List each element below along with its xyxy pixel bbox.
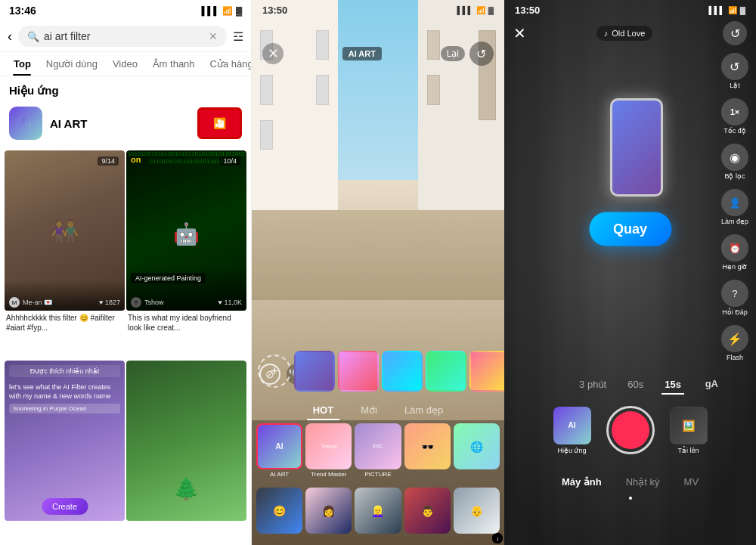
battery-icon-p1: ▓ [236,6,242,15]
filter-tabs: HOT Mới Làm đẹp [252,401,504,420]
bottom-controls: 3 phút 60s 15s AI Hiệu ứng 🖼️ [504,376,756,454]
mode-camera[interactable]: Máy ảnh [557,473,606,491]
battery-p3: ▓ [740,6,745,14]
effect-cell-6[interactable]: 😊 ↓ [256,488,302,542]
filter-icon: ◉ [721,144,748,171]
search-bar: ‹ 🔍 ✕ ☲ [0,21,251,52]
status-bar-panel1: 13:46 ▌▌▌ 📶 ▓ [0,0,251,21]
effect-cell-trend[interactable]: Trend Trend Master ↓ [305,423,352,485]
dur-15s[interactable]: 15s [662,376,684,395]
person-bg [504,0,756,545]
search-panel: 13:46 ▌▌▌ 📶 ▓ ‹ 🔍 ✕ ☲ Top Người dùng Vid… [0,0,252,545]
tool-flip[interactable]: ↺ Lật [721,53,748,89]
sub-label-2: Snorkeling in Purple Ocean [9,404,120,413]
filter-thumb-2[interactable] [338,351,379,392]
tool-filter[interactable]: ◉ Bộ lọc [721,144,748,180]
video-item-4[interactable]: 🌲 [126,361,246,545]
tab-store[interactable]: Cửa hàng [203,52,252,76]
filter-strip: + [252,345,504,398]
clear-button[interactable]: ✕ [209,30,218,42]
refresh-button-p2[interactable]: ↺ [469,42,494,66]
status-right-p2: ▌▌▌ 📶 ▓ [457,6,494,14]
record-button[interactable] [606,406,655,454]
camera-top-bar: ✕ AI ART Lại ↺ [252,42,504,66]
timer-icon: ⏰ [721,234,748,262]
tab-top[interactable]: Top [6,52,39,76]
mode-mv[interactable]: MV [680,473,704,491]
effect-cell-picture[interactable]: PIC PICTURE [355,423,401,485]
back-button[interactable]: ‹ [8,29,12,45]
effect-name-aiart: AI ART [50,117,190,130]
filter-thumb-5[interactable] [469,351,504,392]
effect-cell-aiart[interactable]: AI AI ART [256,423,302,485]
video-grid: 👫 M Me-an 💌 ♥ 1827 9/14 Ahhhhckkkk this … [0,144,251,545]
tab-users[interactable]: Người dùng [39,52,105,76]
effect-cell-10[interactable]: 👴 [454,488,500,542]
add-filter-button[interactable]: + [258,355,291,388]
video-item-3[interactable]: Được thích nhiều nhất let's see what the… [5,361,125,545]
effect-cell-bubble[interactable]: 🌐 ↓ [454,423,500,485]
flash-icon: ⚡ [721,325,748,352]
tab-beauty[interactable]: Làm đẹp [398,401,449,420]
signal-p2: ▌▌▌ [457,6,472,14]
effects-thumb[interactable]: AI [553,407,591,444]
qa-label: Hỏi Đáp [722,308,748,316]
effect-cell-9[interactable]: 👨 ↓ [404,488,451,542]
camera-record-panel: 13:50 ▌▌▌ 📶 ▓ ✕ ♪ Old Love ↺ ↺ Lật 1× Tố… [504,0,756,545]
music-note-icon: ♪ [604,29,609,38]
tab-new[interactable]: Mới [355,401,383,420]
dur-3min[interactable]: 3 phút [576,376,609,395]
try-effect-button[interactable]: 🎦 [197,107,242,139]
section-title-effects: Hiệu ứng [0,76,251,102]
filter-thumb-1[interactable] [294,351,335,392]
status-time-p1: 13:46 [9,5,36,17]
search-input-wrap[interactable]: 🔍 ✕ [18,26,227,47]
tool-timer[interactable]: ⏰ Hẹn giờ [721,234,748,271]
held-phone [610,98,663,197]
dur-60s[interactable]: 60s [624,376,646,395]
tab-sound[interactable]: Âm thanh [145,52,203,76]
filter-settings-button[interactable]: ☲ [233,29,243,44]
back-cam-button[interactable]: ✕ [262,43,284,64]
upload-thumb[interactable]: 🖼️ [670,407,708,444]
create-button[interactable]: Create [42,498,88,515]
cam3-top-bar: ✕ ♪ Old Love ↺ [504,21,756,45]
camera-filter-panel: 13:50 ▌▌▌ 📶 ▓ ✕ AI ART Lại ↺ ⊘ 🔍 ⚑ + [252,0,504,545]
on-badge: on [131,155,141,164]
close-camera-button[interactable]: ✕ [513,24,526,42]
quay-record-button[interactable]: Quay [589,212,671,246]
tool-speed[interactable]: 1× Tốc độ [721,98,748,135]
effects-side-item: AI Hiệu ứng [553,407,591,454]
effect-cell-8[interactable]: 👱‍♀️ [355,488,401,542]
music-info[interactable]: ♪ Old Love [596,26,653,41]
refresh-button-p3[interactable]: ↺ [723,21,747,45]
mode-indicator [504,497,756,500]
tab-hot[interactable]: HOT [307,401,339,420]
filter-thumb-4[interactable] [426,351,466,392]
search-input[interactable] [44,30,204,42]
effect-item-aiart[interactable]: AI AI ART 🎦 [0,102,251,144]
signal-icon-p1: ▌▌▌ [202,6,219,15]
filter-thumb-3[interactable] [382,351,423,392]
effect-icon-aiart: AI [9,107,42,140]
popular-badge: Được thích nhiều nhất [9,365,120,377]
tool-qa[interactable]: ? Hỏi Đáp [721,280,748,316]
ai-label: AI-generated Painting [131,273,206,283]
ec-label-1: AI ART [270,471,289,478]
effect-cell-hearts[interactable]: 🕶️ ↓ [404,423,451,485]
tab-video[interactable]: Video [105,52,145,76]
username-2: Tshow [144,299,164,306]
mode-diary[interactable]: Nhật ký [621,473,665,491]
wifi-p2: 📶 [476,6,485,14]
tool-beauty[interactable]: 👤 Làm đẹp [721,189,748,225]
flip-label: Lật [730,82,740,89]
video-camera-icon: 🎦 [213,117,226,129]
effects-side-label: Hiệu ứng [557,447,586,454]
video-item-2[interactable]: 1010100101010010101101010010110100101101… [126,150,246,359]
timer-label: Hẹn giờ [722,263,747,271]
back-label-p2[interactable]: Lại [441,46,465,61]
video-item-1[interactable]: 👫 M Me-an 💌 ♥ 1827 9/14 Ahhhhckkkk this … [5,150,125,359]
upload-side-item: 🖼️ Tải lên [670,407,708,454]
tool-flash[interactable]: ⚡ Flash [721,325,748,361]
effect-cell-7[interactable]: 👩 [305,488,352,542]
